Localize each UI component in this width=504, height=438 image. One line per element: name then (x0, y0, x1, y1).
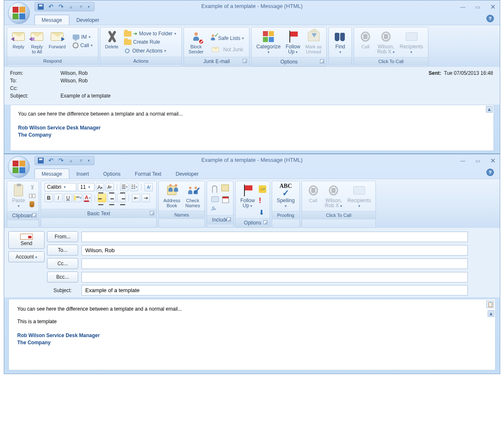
redo-icon[interactable]: ↷ (58, 3, 64, 10)
font-color-button[interactable]: A▾ (83, 194, 92, 202)
high-importance-icon[interactable]: ! (259, 196, 266, 205)
tab-message[interactable]: Message (34, 15, 69, 25)
minimize-button[interactable]: ― (460, 158, 465, 164)
align-left-icon[interactable] (98, 194, 106, 202)
compose-fields: Send Account ▾ From... To... Cc... Bcc..… (4, 228, 500, 297)
safe-lists-button[interactable]: ✓Safe Lists ▾ (207, 32, 246, 44)
attach-item-icon[interactable] (221, 185, 229, 191)
check-names-button[interactable]: ✓ Check Names (184, 183, 201, 209)
next-icon[interactable]: ▼ (78, 157, 84, 164)
to-input[interactable] (81, 245, 468, 256)
bold-button[interactable]: B (45, 194, 53, 202)
from-input[interactable] (81, 232, 468, 242)
dialog-launcher-icon[interactable] (32, 213, 37, 217)
indent-icon[interactable]: ⇥ (142, 194, 150, 202)
tab-developer[interactable]: Developer (168, 169, 206, 179)
permission-icon[interactable]: ○▾ (259, 185, 266, 193)
help-icon[interactable]: ? (486, 169, 494, 176)
follow-up-button[interactable]: Follow Up ▾ (284, 29, 302, 55)
dialog-launcher-icon[interactable] (150, 211, 154, 215)
prev-icon[interactable]: ▲ (68, 157, 74, 164)
paste-options-icon[interactable]: 📋 (486, 301, 494, 308)
save-icon[interactable] (37, 3, 44, 10)
call-button[interactable]: Call ▾ (71, 42, 94, 49)
low-importance-icon[interactable]: ⬇ (259, 208, 266, 216)
redo-icon[interactable]: ↷ (58, 157, 64, 164)
cut-icon[interactable]: ✂ (29, 185, 36, 191)
numbering-icon[interactable]: ☷▾ (130, 183, 138, 191)
calendar-icon[interactable] (222, 196, 229, 203)
underline-button[interactable]: U (64, 194, 72, 202)
card-icon (353, 186, 365, 195)
find-button[interactable]: Find▾ (332, 29, 348, 55)
next-icon[interactable]: ▼ (78, 3, 84, 10)
save-icon[interactable] (37, 157, 44, 164)
tab-insert[interactable]: Insert (69, 169, 96, 179)
tab-format-text[interactable]: Format Text (128, 169, 168, 179)
size-combo[interactable]: 11▾ (78, 183, 94, 191)
tab-options[interactable]: Options (96, 169, 128, 179)
italic-button[interactable]: I (54, 194, 63, 202)
help-icon[interactable]: ? (486, 15, 494, 22)
follow-up-button[interactable]: Follow Up ▾ (239, 183, 256, 209)
prev-icon[interactable]: ▲ (68, 3, 74, 10)
signature-icon[interactable]: 𝓢▾ (211, 206, 216, 212)
im-button[interactable]: IM ▾ (71, 33, 94, 41)
highlight-button[interactable]: ab▾ (74, 194, 82, 202)
cc-input[interactable] (81, 259, 468, 269)
phone-icon (309, 185, 318, 195)
account-button[interactable]: Account ▾ (8, 251, 45, 262)
scroll-up-icon[interactable]: ▲ (488, 310, 494, 317)
undo-icon[interactable]: ↶ (47, 3, 54, 10)
delete-button[interactable]: Delete (104, 29, 120, 50)
reply-button[interactable]: Reply (10, 29, 26, 50)
qat-more-icon[interactable]: ▾ (88, 5, 90, 9)
subject-input[interactable] (81, 285, 468, 296)
tab-message[interactable]: Message (34, 169, 69, 179)
align-center-icon[interactable] (108, 194, 116, 202)
office-button[interactable] (8, 2, 30, 24)
compose-body[interactable]: 📋 ▲ You can see here the difference betw… (8, 299, 496, 370)
scroll-up-icon[interactable]: ▲ (486, 106, 493, 113)
format-painter-icon[interactable] (29, 201, 34, 207)
clear-format-icon[interactable]: A⁄ (144, 183, 153, 191)
bcc-button[interactable]: Bcc... (47, 272, 78, 282)
spelling-button[interactable]: ABC✓ Spelling▾ (276, 183, 296, 209)
cc-button[interactable]: Cc... (47, 258, 78, 269)
align-right-icon[interactable] (117, 194, 126, 202)
address-book-button[interactable]: Address Book (162, 183, 181, 209)
cc-label: Cc: (10, 85, 60, 91)
outdent-icon[interactable]: ⇤ (132, 194, 140, 202)
send-button[interactable]: Send (8, 231, 45, 249)
move-to-folder-button[interactable]: ➜Move to Folder ▾ (122, 30, 178, 37)
from-button[interactable]: From... (47, 231, 78, 242)
block-sender-button[interactable]: Block Sender (187, 29, 205, 55)
minimize-button[interactable]: ― (460, 4, 465, 10)
from-label: From: (10, 70, 60, 76)
other-actions-button[interactable]: Other Actions ▾ (122, 47, 178, 55)
create-rule-button[interactable]: Create Rule (122, 38, 178, 46)
copy-icon[interactable] (29, 194, 35, 198)
dialog-launcher-icon[interactable] (263, 220, 268, 224)
business-card-icon[interactable] (211, 196, 219, 202)
dialog-launcher-icon[interactable] (243, 59, 247, 63)
window-title: Example of a template - Message (HTML) (201, 157, 302, 163)
undo-icon[interactable]: ↶ (47, 157, 54, 164)
forward-button[interactable]: Forward (47, 29, 67, 50)
office-button[interactable] (8, 156, 30, 178)
qat-more-icon[interactable]: ▾ (88, 158, 90, 163)
reply-all-button[interactable]: Reply to All (29, 29, 45, 55)
font-combo[interactable]: Calibri▾ (45, 183, 76, 191)
close-button[interactable]: ✕ (490, 3, 496, 11)
dialog-launcher-icon[interactable] (227, 217, 231, 222)
maximize-button[interactable]: ▭ (475, 4, 480, 10)
to-button[interactable]: To... (47, 245, 78, 256)
categorize-button[interactable]: Categorize▾ (255, 29, 282, 55)
maximize-button[interactable]: ▭ (475, 158, 480, 164)
dialog-launcher-icon[interactable] (320, 59, 324, 63)
tab-developer[interactable]: Developer (69, 15, 107, 25)
close-button[interactable]: ✕ (490, 157, 496, 165)
attach-file-icon[interactable] (212, 185, 218, 193)
group-clipboard: Paste▾ ✂ Clipboard (7, 181, 39, 228)
bcc-input[interactable] (81, 272, 468, 282)
